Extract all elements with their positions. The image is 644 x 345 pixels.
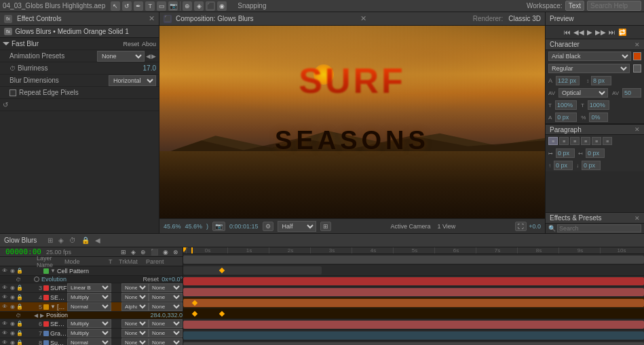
- font-family-dropdown[interactable]: Arial Black: [548, 52, 631, 61]
- toggle-grid[interactable]: ⊞: [320, 222, 331, 231]
- font-style-dropdown[interactable]: Regular Bold Italic: [548, 64, 630, 73]
- layer-parent-surf[interactable]: None: [149, 283, 183, 292]
- fast-blur-row[interactable]: Fast Blur Reset Abou: [0, 38, 159, 50]
- tool-rotate[interactable]: ↺: [122, 1, 132, 11]
- zoom-value[interactable]: 45.6%: [185, 223, 203, 230]
- tool-extra3[interactable]: ⬛: [206, 1, 215, 11]
- layer-trk-surf[interactable]: None: [121, 283, 149, 292]
- tl-icon5[interactable]: ◉: [162, 248, 170, 256]
- layer-trk-seasons[interactable]: None: [121, 319, 149, 328]
- layer-parent-seasons[interactable]: None: [149, 319, 183, 328]
- layer-trk-orange[interactable]: Alpha None: [121, 302, 149, 311]
- layer-eye-0[interactable]: 👁: [1, 268, 8, 275]
- para-close[interactable]: ✕: [634, 126, 640, 133]
- tl-tool2[interactable]: ◈: [57, 236, 65, 245]
- tl-tool4[interactable]: 🔒: [80, 236, 91, 245]
- layer-lock-seasons2[interactable]: 🔒: [16, 294, 23, 301]
- comp-close-icon[interactable]: ✕: [360, 14, 366, 23]
- expand-button[interactable]: ⛶: [515, 222, 527, 231]
- align-left-button[interactable]: ≡: [548, 137, 558, 145]
- position-value[interactable]: 284.0,332.0: [150, 312, 183, 319]
- tool-extra4[interactable]: ◉: [217, 1, 227, 11]
- layer-row-surf[interactable]: 👁 ◉ 🔒 3 SURF Linear B Normal Multiply No…: [0, 283, 183, 293]
- layer-lock-sunset[interactable]: 🔒: [16, 340, 23, 346]
- layer-trk-gradient[interactable]: None: [121, 329, 149, 338]
- layer-parent-sunset[interactable]: None: [149, 338, 183, 345]
- leading-input[interactable]: [591, 76, 611, 85]
- kerning-dropdown[interactable]: Optical Metrics: [558, 88, 608, 98]
- effects-search-input[interactable]: [557, 224, 641, 232]
- prev-play[interactable]: ▶: [587, 28, 592, 36]
- baseline-input[interactable]: [555, 113, 577, 122]
- tl-icon2[interactable]: ◈: [130, 248, 137, 256]
- space-before-input[interactable]: [554, 161, 573, 170]
- layer-orange-expand[interactable]: ▼: [50, 304, 56, 310]
- height-input[interactable]: [588, 100, 609, 110]
- width-input[interactable]: [555, 100, 577, 110]
- preview-tab[interactable]: Preview: [550, 15, 574, 22]
- tl-tool3[interactable]: ⏱: [68, 236, 77, 245]
- layer-mode-surf[interactable]: Linear B Normal Multiply: [67, 283, 111, 292]
- layer-row-seasons[interactable]: 👁 ◉ 🔒 6 SEASONS Multiply Normal None Non…: [0, 319, 183, 329]
- panel-close-icon[interactable]: ✕: [149, 14, 155, 23]
- layer-row-gradient[interactable]: 👁 ◉ 🔒 7 Gradient Multiply Normal None No…: [0, 329, 183, 338]
- layer-solo-gradient[interactable]: ◉: [9, 330, 16, 337]
- layer-solo-seasons2[interactable]: ◉: [9, 294, 16, 301]
- layer-lock-gradient[interactable]: 🔒: [16, 330, 23, 337]
- blur-dimensions-dropdown[interactable]: Horizontal Vertical Horizontal and Verti…: [109, 75, 156, 86]
- tl-tool1[interactable]: ⊞: [46, 236, 54, 245]
- left-indent-input[interactable]: [556, 148, 575, 158]
- prev-last[interactable]: ⏭: [609, 28, 615, 36]
- char-close[interactable]: ✕: [634, 41, 640, 48]
- layer-row-evolution[interactable]: ⏱ Evolution Reset 0x+0.0°: [0, 276, 183, 283]
- font-size-input[interactable]: [556, 76, 580, 85]
- layer-lock-surf[interactable]: 🔒: [16, 285, 23, 291]
- blur-dimensions-row[interactable]: Blur Dimensions Horizontal Vertical Hori…: [0, 75, 159, 87]
- layer-stopwatch-pos[interactable]: ⏱: [15, 312, 22, 319]
- layer-lock-seasons[interactable]: 🔒: [16, 321, 23, 327]
- right-indent-input[interactable]: [586, 148, 605, 158]
- evolution-reset[interactable]: Reset: [143, 276, 159, 283]
- layer-eye-orange[interactable]: 👁: [1, 304, 8, 310]
- tool-pen[interactable]: ✒: [134, 1, 143, 11]
- search-input[interactable]: [587, 1, 641, 11]
- tl-icon1[interactable]: ⊞: [119, 248, 128, 256]
- about-button[interactable]: Abou: [142, 41, 156, 47]
- tl-icon6[interactable]: ⊗: [172, 248, 180, 256]
- layer-row-cell-pattern[interactable]: 👁 ◉ 🔒 ▼ Cell Pattern: [0, 266, 183, 276]
- reset-button[interactable]: Reset: [123, 41, 139, 47]
- workspace-dropdown[interactable]: Text: [565, 1, 584, 11]
- layer-mode-gradient[interactable]: Multiply Normal: [67, 329, 111, 338]
- layer-mode-sunset[interactable]: Normal Multiply: [67, 338, 111, 345]
- space-after-input[interactable]: [582, 161, 601, 170]
- align-justify-button[interactable]: ≡: [581, 137, 590, 145]
- layer-eye-gradient[interactable]: 👁: [1, 330, 8, 337]
- align-justify-all-button[interactable]: ≡: [592, 137, 601, 145]
- playhead[interactable]: [191, 247, 193, 253]
- layer-trk-sunset[interactable]: None: [121, 338, 149, 345]
- tool-extra1[interactable]: ⊕: [183, 1, 192, 11]
- quality-dropdown[interactable]: Half Full Third Quarter: [278, 221, 316, 232]
- tool-shape[interactable]: ▭: [157, 1, 166, 11]
- tracking-input[interactable]: [622, 88, 641, 98]
- layer-row-sunset[interactable]: 👁 ◉ 🔒 8 Sunset.jpg Normal Multiply None …: [0, 338, 183, 345]
- settings-button[interactable]: ⚙: [263, 222, 273, 231]
- tool-extra2[interactable]: ◈: [194, 1, 204, 11]
- prev-first[interactable]: ⏮: [564, 28, 571, 36]
- animation-presets-dropdown[interactable]: None: [97, 51, 145, 62]
- keyframe-pos-1[interactable]: [191, 311, 197, 317]
- layer-solo-orange[interactable]: ◉: [9, 304, 16, 310]
- layer-row-seasons2[interactable]: 👁 ◉ 🔒 4 SEASONS 2 Multiply Normal None N…: [0, 293, 183, 302]
- effect-controls-tab[interactable]: Effect Controls: [17, 15, 61, 22]
- layer-eye-seasons2[interactable]: 👁: [1, 294, 8, 301]
- layer-mode-seasons[interactable]: Multiply Normal: [67, 319, 111, 328]
- tool-select[interactable]: ↖: [111, 1, 120, 11]
- tool-text[interactable]: T: [145, 1, 155, 11]
- layer-lock-0[interactable]: 🔒: [16, 268, 23, 275]
- layer-eye-ev[interactable]: ⏱: [15, 276, 22, 283]
- layer-eye-sunset[interactable]: 👁: [1, 340, 8, 346]
- keyframe-pos-2[interactable]: [219, 311, 225, 317]
- layer-row-position[interactable]: ⏱ ◀ ▶ Position 284.0,332.0: [0, 312, 183, 319]
- evolution-value[interactable]: 0x+0.0°: [162, 276, 183, 283]
- layer-solo-0[interactable]: ◉: [9, 268, 16, 275]
